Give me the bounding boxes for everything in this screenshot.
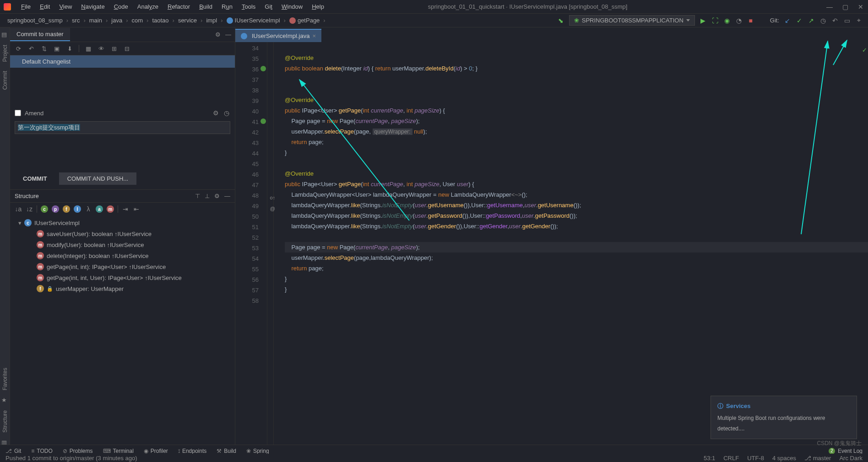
maximize-icon[interactable]: ▢ bbox=[841, 3, 849, 11]
git-branch[interactable]: ⎇ master bbox=[804, 455, 831, 462]
commit-and-push-button[interactable]: COMMIT AND PUSH... bbox=[59, 172, 136, 185]
menu-refactor[interactable]: Refactor bbox=[163, 1, 195, 12]
structure-member[interactable]: mgetPage(int, int, User): IPage<User> ↑I… bbox=[10, 272, 235, 283]
sort-vis-icon[interactable]: ↓z bbox=[26, 205, 33, 213]
expand-icon[interactable]: ⊞ bbox=[110, 45, 118, 52]
menu-analyze[interactable]: Analyze bbox=[133, 1, 163, 12]
profile-icon[interactable]: ◔ bbox=[735, 17, 743, 24]
history-small-icon[interactable]: ◷ bbox=[223, 109, 230, 117]
filter-property-icon[interactable]: p bbox=[52, 205, 59, 213]
autoscroll-to-icon[interactable]: ⇥ bbox=[122, 205, 129, 213]
menu-file[interactable]: File bbox=[16, 1, 35, 12]
toolwindow-endpoints[interactable]: ⟟Endpoints bbox=[178, 448, 206, 454]
sort-up-icon[interactable]: ⊤ bbox=[195, 193, 200, 199]
editor-tab[interactable]: IUserServiceImpl.java × bbox=[235, 29, 321, 42]
default-changelist[interactable]: Default Changelist bbox=[10, 55, 235, 68]
breadcrumb-item[interactable]: java bbox=[109, 16, 124, 25]
structure-tab[interactable]: Structure bbox=[1, 406, 9, 437]
structure-member[interactable]: mmodify(User): boolean ↑IUserService bbox=[10, 239, 235, 250]
toolwindow-problems[interactable]: ⊘Problems bbox=[63, 448, 93, 454]
toolwindow-git[interactable]: ⎇Git bbox=[5, 448, 21, 454]
structure-member[interactable]: mgetPage(int, int): IPage<User> ↑IUserSe… bbox=[10, 261, 235, 272]
close-tab-icon[interactable]: × bbox=[312, 32, 316, 39]
minimize-icon[interactable]: — bbox=[826, 3, 833, 11]
shelve-icon[interactable]: ▣ bbox=[53, 45, 60, 52]
structure-class[interactable]: ▾c IUserServiceImpl bbox=[10, 217, 235, 228]
coverage-icon[interactable]: ◉ bbox=[723, 17, 731, 24]
structure-member[interactable]: f🔒userMapper: UserMapper bbox=[10, 283, 235, 294]
sort-alpha-icon[interactable]: ↓a bbox=[15, 205, 22, 213]
toolwindow-terminal[interactable]: ⌨Terminal bbox=[103, 448, 134, 454]
theme-label[interactable]: Arc Dark bbox=[839, 455, 863, 462]
commit-tab[interactable]: Commit bbox=[1, 66, 9, 94]
favorites-tab[interactable]: Favorites bbox=[1, 363, 9, 395]
sort-down-icon[interactable]: ⊥ bbox=[205, 193, 210, 199]
code-editor[interactable]: @Overridepublic boolean delete(Integer i… bbox=[274, 42, 868, 448]
git-history-icon[interactable]: ◷ bbox=[819, 17, 827, 24]
menu-help[interactable]: Help bbox=[307, 1, 329, 12]
build-hammer-icon[interactable]: ⬊ bbox=[557, 17, 564, 24]
minimize-panel-icon[interactable]: — bbox=[225, 31, 231, 38]
debug-icon[interactable]: ⛶ bbox=[711, 17, 719, 24]
project-tab-icon[interactable]: ▤ bbox=[1, 31, 9, 38]
menu-git[interactable]: Git bbox=[260, 1, 277, 12]
search-everywhere-icon[interactable]: ⌖ bbox=[855, 17, 863, 24]
structure-hide-icon[interactable]: — bbox=[224, 193, 230, 199]
run-config-dropdown[interactable]: ❀ SPRINGBOOT08SSMPAPPLICATION bbox=[569, 15, 695, 26]
commit-tab-header[interactable]: Commit to master bbox=[10, 28, 70, 41]
indent[interactable]: 4 spaces bbox=[772, 455, 796, 462]
toolwindow-build[interactable]: ⚒Build bbox=[217, 448, 236, 454]
rollback-icon[interactable]: ↶ bbox=[27, 45, 35, 52]
breadcrumb-item[interactable]: src bbox=[70, 16, 81, 25]
menu-run[interactable]: Run bbox=[217, 1, 237, 12]
menu-window[interactable]: Window bbox=[277, 1, 307, 12]
filter-field-icon[interactable]: f bbox=[63, 205, 70, 213]
amend-checkbox[interactable] bbox=[15, 110, 21, 116]
git-revert-icon[interactable]: ↶ bbox=[831, 17, 839, 24]
git-push-icon[interactable]: ↗ bbox=[808, 17, 815, 24]
menu-edit[interactable]: Edit bbox=[35, 1, 54, 12]
inspection-ok-icon[interactable]: ✓ bbox=[862, 45, 867, 55]
group-icon[interactable]: ▦ bbox=[85, 45, 92, 52]
filter-lambda-icon[interactable]: λ bbox=[85, 205, 92, 213]
menu-tools[interactable]: Tools bbox=[237, 1, 260, 12]
diff-icon[interactable]: ⇅ bbox=[40, 45, 48, 52]
toolwindow-profiler[interactable]: ◉Profiler bbox=[144, 448, 168, 454]
run-icon[interactable]: ▶ bbox=[700, 17, 707, 24]
breadcrumb-item[interactable]: main bbox=[87, 16, 104, 25]
event-log-button[interactable]: Event Log bbox=[838, 448, 863, 454]
filter-anon-icon[interactable]: a bbox=[96, 205, 103, 213]
gear-small-icon[interactable]: ⚙ bbox=[212, 109, 219, 117]
gear-icon[interactable]: ⚙ bbox=[215, 31, 221, 38]
breadcrumb-item[interactable]: IUserServiceImpl bbox=[225, 16, 282, 25]
line-sep[interactable]: CRLF bbox=[723, 455, 739, 462]
view-icon[interactable]: 👁 bbox=[98, 45, 105, 52]
star-icon[interactable]: ★ bbox=[1, 397, 9, 404]
breadcrumb-item[interactable]: springboot_08_ssmp bbox=[5, 16, 65, 25]
structure-member[interactable]: mdelete(Integer): boolean ↑IUserService bbox=[10, 250, 235, 261]
commit-button[interactable]: COMMIT bbox=[15, 172, 55, 185]
refresh-icon[interactable]: ⟳ bbox=[15, 45, 22, 52]
filter-method-icon[interactable]: m bbox=[107, 205, 114, 213]
menu-navigate[interactable]: Navigate bbox=[76, 1, 109, 12]
unshelve-icon[interactable]: ⬇ bbox=[66, 45, 73, 52]
menu-view[interactable]: View bbox=[54, 1, 76, 12]
open-folder-icon[interactable]: ▭ bbox=[843, 17, 851, 24]
toolwindow-todo[interactable]: ≡TODO bbox=[31, 448, 52, 454]
autoscroll-from-icon[interactable]: ⇤ bbox=[133, 205, 140, 213]
encoding[interactable]: UTF-8 bbox=[747, 455, 764, 462]
breadcrumb-item[interactable]: service bbox=[176, 16, 199, 25]
commit-message-input[interactable]: 第一次git提交ssmp项目 bbox=[15, 121, 230, 134]
filter-interface-icon[interactable]: I bbox=[74, 205, 81, 213]
project-tab[interactable]: Project bbox=[1, 40, 9, 66]
git-pull-icon[interactable]: ↙ bbox=[784, 17, 791, 24]
breadcrumb-item[interactable]: getPage bbox=[288, 16, 321, 25]
caret-position[interactable]: 53:1 bbox=[704, 455, 715, 462]
breadcrumb-item[interactable]: impl bbox=[204, 16, 219, 25]
breadcrumb-item[interactable]: com bbox=[130, 16, 145, 25]
breadcrumb-item[interactable]: taotao bbox=[150, 16, 170, 25]
menu-build[interactable]: Build bbox=[195, 1, 217, 12]
services-notification[interactable]: ⓘServices Multiple Spring Boot run confi… bbox=[711, 396, 857, 439]
structure-member[interactable]: msaveUser(User): boolean ↑IUserService bbox=[10, 228, 235, 239]
menu-code[interactable]: Code bbox=[109, 1, 133, 12]
